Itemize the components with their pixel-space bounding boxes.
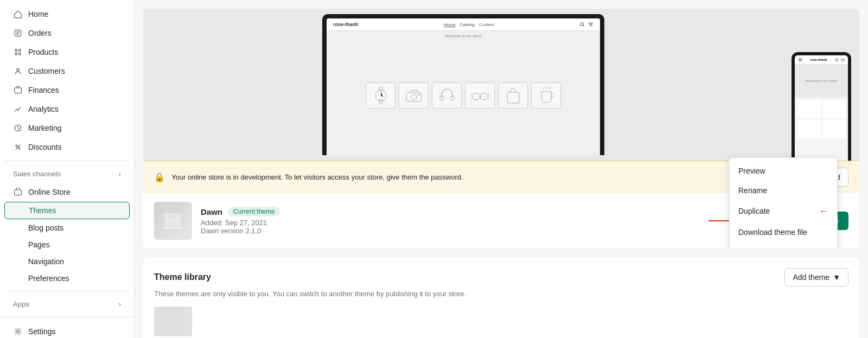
sidebar-sub-item-blog-posts-label: Blog posts xyxy=(28,224,63,232)
sidebar-item-settings-label: Settings xyxy=(28,327,121,336)
sidebar-sub-item-blog-posts[interactable]: Blog posts xyxy=(4,220,130,236)
sidebar-sub-item-preferences[interactable]: Preferences xyxy=(4,270,130,286)
phone-navbar: rose-thanh xyxy=(795,55,848,65)
svg-point-7 xyxy=(17,330,20,333)
phone-product-4 xyxy=(822,120,846,139)
add-theme-button[interactable]: Add theme ▼ xyxy=(784,268,848,286)
svg-rect-6 xyxy=(15,190,22,195)
desktop-preview: rose-thanh Home Catalog Contact xyxy=(143,9,783,161)
sidebar-item-customers-label: Customers xyxy=(28,67,121,75)
menu-item-rename[interactable]: Rename xyxy=(730,181,837,200)
sidebar-item-customers[interactable]: Customers xyxy=(4,62,130,80)
svg-point-20 xyxy=(835,59,838,61)
laptop-screen: rose-thanh Home Catalog Contact xyxy=(327,18,600,155)
sidebar-sub-item-navigation-label: Navigation xyxy=(28,257,64,266)
theme-library-section: Theme library Add theme ▼ These themes a… xyxy=(143,257,859,338)
theme-preview-card: rose-thanh Home Catalog Contact xyxy=(143,9,859,248)
mobile-preview: rose-thanh Welcome to our Store xyxy=(783,9,859,161)
sidebar-item-products[interactable]: Products xyxy=(4,43,130,61)
laptop-hero-text: Welcome to our Store xyxy=(327,34,600,38)
current-theme-badge: Current theme xyxy=(228,207,280,216)
phone-product-row-2 xyxy=(797,120,846,139)
sidebar-item-finances-label: Finances xyxy=(28,86,121,94)
theme-thumbnail-img xyxy=(154,202,192,240)
svg-point-13 xyxy=(411,94,417,100)
desktop-nav-icons xyxy=(579,22,593,27)
sidebar-item-analytics[interactable]: Analytics xyxy=(4,100,130,118)
preview-images-area: rose-thanh Home Catalog Contact xyxy=(143,9,859,161)
nav-link-contact: Contact xyxy=(479,22,494,27)
theme-library-description: These themes are only visible to you. Yo… xyxy=(154,290,848,298)
theme-library-title: Theme library xyxy=(154,272,211,282)
svg-point-8 xyxy=(580,23,583,26)
theme-name: Dawn xyxy=(201,207,222,216)
menu-item-duplicate-label: Duplicate xyxy=(738,207,770,215)
svg-rect-22 xyxy=(164,216,182,227)
sidebar-item-online-store[interactable]: Online Store xyxy=(4,183,130,201)
sidebar-item-marketing[interactable]: Marketing xyxy=(4,119,130,137)
settings-icon xyxy=(13,327,23,336)
sidebar-item-finances[interactable]: Finances xyxy=(4,81,130,99)
sidebar-item-home-label: Home xyxy=(28,10,121,18)
svg-rect-11 xyxy=(379,100,382,104)
product-sketch-1 xyxy=(366,82,395,109)
phone-product-row-1 xyxy=(797,99,846,118)
customers-icon xyxy=(13,66,23,76)
menu-item-download-label: Download theme file xyxy=(738,228,807,237)
apps-header: Apps › xyxy=(4,296,130,313)
menu-item-duplicate[interactable]: Duplicate ← xyxy=(730,200,837,222)
phone-menu-icon xyxy=(798,58,802,62)
sidebar-item-home[interactable]: Home xyxy=(4,5,130,23)
sidebar-sub-item-pages[interactable]: Pages xyxy=(4,237,130,253)
home-icon xyxy=(13,9,23,19)
duplicate-arrow-indicator: ← xyxy=(819,206,828,217)
menu-item-preview-label: Preview xyxy=(738,167,765,175)
analytics-icon xyxy=(13,104,23,114)
svg-rect-2 xyxy=(15,88,22,93)
nav-link-catalog: Catalog xyxy=(459,22,475,27)
phone-product-2 xyxy=(822,99,846,118)
phone-hero: Welcome to our Store xyxy=(795,65,848,97)
finances-icon xyxy=(13,85,23,95)
svg-rect-19 xyxy=(507,92,519,103)
main-content: rose-thanh Home Catalog Contact xyxy=(135,0,868,338)
product-sketch-4 xyxy=(465,82,495,109)
add-theme-chevron-icon: ▼ xyxy=(833,273,840,282)
sidebar-item-orders[interactable]: Orders xyxy=(4,24,130,42)
apps-expand-icon[interactable]: › xyxy=(119,300,121,308)
online-store-icon xyxy=(13,187,23,197)
sidebar-sub-item-themes-label: Themes xyxy=(29,206,56,215)
theme-version: Dawn version 2.1.0 xyxy=(201,227,756,235)
sidebar-sub-item-navigation[interactable]: Navigation xyxy=(4,253,130,270)
svg-point-5 xyxy=(18,148,20,149)
product-sketch-2 xyxy=(399,82,429,109)
laptop-navbar: rose-thanh Home Catalog Contact xyxy=(327,18,600,31)
sketch-illustration xyxy=(327,74,600,113)
orders-icon xyxy=(13,28,23,38)
sidebar-item-discounts[interactable]: Discounts xyxy=(4,138,130,156)
library-theme-preview-1 xyxy=(154,307,192,336)
discounts-icon xyxy=(13,142,23,152)
phone-store-name: rose-thanh xyxy=(810,58,827,61)
phone-screen: rose-thanh Welcome to our Store xyxy=(795,55,848,161)
menu-item-download[interactable]: Download theme file xyxy=(730,222,837,242)
product-sketch-3 xyxy=(432,82,462,109)
apps-label: Apps xyxy=(13,300,29,308)
laptop-content: Welcome to our Store xyxy=(327,31,600,155)
theme-thumbnail xyxy=(154,202,192,240)
sales-channels-label: Sales channels xyxy=(13,170,61,178)
sidebar-sub-item-themes[interactable]: Themes xyxy=(4,202,130,219)
sidebar-item-analytics-label: Analytics xyxy=(28,105,121,113)
settings-section: Settings xyxy=(0,317,134,338)
theme-info-row: Dawn Current theme Added: Sep 27, 2021 D… xyxy=(143,193,859,248)
marketing-icon xyxy=(13,123,23,133)
menu-item-edit-code[interactable]: Edit code xyxy=(730,242,837,249)
phone-products xyxy=(795,97,848,141)
menu-item-preview[interactable]: Preview xyxy=(730,161,837,181)
product-sketch-6 xyxy=(531,82,561,109)
theme-name-row: Dawn Current theme xyxy=(201,207,756,216)
sidebar-sub-item-preferences-label: Preferences xyxy=(28,274,69,283)
sales-channels-expand-icon[interactable]: › xyxy=(119,170,121,178)
sidebar-item-settings[interactable]: Settings xyxy=(4,322,130,338)
nav-link-home: Home xyxy=(444,22,455,27)
